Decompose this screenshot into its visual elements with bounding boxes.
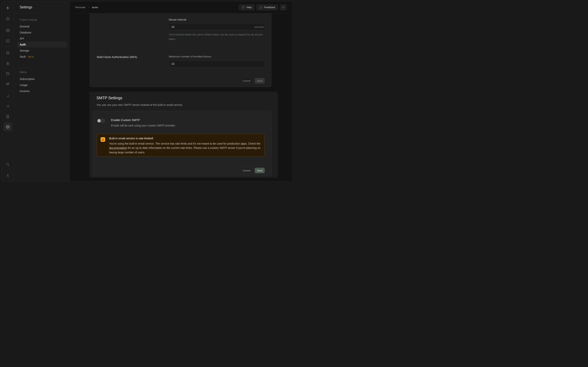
nav-item-storage[interactable]: Storage	[20, 49, 29, 52]
enable-custom-smtp-toggle[interactable]	[97, 119, 105, 123]
app-window: ⚙ Settings Project Settings General Data…	[1, 1, 293, 182]
nav-section-project-settings: Project Settings	[20, 18, 37, 21]
reports-icon[interactable]	[1, 92, 14, 100]
account-icon[interactable]	[1, 172, 14, 180]
edge-functions-icon[interactable]	[1, 80, 14, 88]
beta-badge: BETA	[28, 56, 34, 58]
database-icon[interactable]	[1, 49, 14, 57]
auth-settings-card: Reuse interval seconds Time interval whe…	[90, 13, 271, 87]
bell-icon	[282, 6, 285, 9]
footer-divider	[90, 75, 271, 75]
settings-nav: Settings Project Settings General Databa…	[14, 1, 70, 181]
nav-item-api[interactable]: API	[20, 37, 24, 40]
rail-divider	[5, 91, 11, 91]
breadcrumb-org[interactable]: Personal	[75, 6, 85, 9]
nav-section-billing: Billing	[20, 71, 26, 74]
nav-item-subscription[interactable]: Subscription	[20, 77, 35, 81]
nav-divider	[14, 13, 70, 13]
nav-divider	[14, 68, 70, 68]
enable-custom-smtp-label: Enable Custom SMTP	[111, 118, 140, 122]
toggle-knob	[97, 119, 101, 122]
auth-cancel-button[interactable]: Cancel	[240, 78, 253, 83]
breadcrumb-separator: /	[88, 6, 89, 9]
auth-save-button[interactable]: Save	[255, 78, 265, 83]
api-docs-icon[interactable]	[1, 113, 14, 120]
warning-triangle-icon	[101, 137, 105, 142]
warning-title: Built-in email service is rate-limited!	[109, 137, 153, 140]
rate-limit-warning: Built-in email service is rate-limited! …	[97, 134, 265, 157]
authentication-icon[interactable]	[1, 59, 14, 67]
rail-divider	[5, 24, 11, 25]
mfa-section-label: Multi Factor Authentication (MFA)	[97, 55, 137, 58]
table-editor-icon[interactable]	[1, 26, 14, 34]
storage-icon[interactable]	[1, 70, 14, 77]
smtp-card: Enable Custom SMTP Emails will be sent u…	[93, 111, 272, 176]
notifications-button[interactable]	[280, 4, 287, 10]
main-content: Personal / acme Help Feedback Reuse inte…	[70, 1, 292, 181]
row-divider	[90, 45, 271, 45]
top-header: Personal / acme Help Feedback	[70, 1, 292, 13]
breadcrumb-project[interactable]: acme	[92, 6, 98, 9]
nav-item-database[interactable]: Database	[20, 31, 31, 34]
nav-item-usage[interactable]: Usage	[20, 83, 27, 87]
smtp-description: You can use your own SMTP server instead…	[97, 103, 183, 107]
reuse-interval-help: Time interval where the same refresh tok…	[169, 32, 268, 41]
home-icon[interactable]	[1, 15, 14, 22]
nav-item-vault[interactable]: VaultBETA	[20, 55, 34, 58]
reuse-interval-unit: seconds	[254, 25, 264, 28]
warning-body: You're using the built-in email service.…	[109, 142, 262, 155]
documentation-link[interactable]: documentation	[109, 146, 127, 150]
smtp-title: SMTP Settings	[97, 96, 122, 100]
nav-item-general[interactable]: General	[20, 25, 29, 28]
help-circle-icon	[242, 6, 245, 9]
search-icon[interactable]	[1, 160, 14, 168]
enable-custom-smtp-description: Emails will be sent using your custom SM…	[111, 124, 175, 127]
smtp-cancel-button[interactable]: Cancel	[240, 168, 253, 173]
gear-icon: ⚙	[6, 125, 10, 129]
logs-icon[interactable]	[1, 102, 14, 110]
mfa-max-factors-input[interactable]	[169, 60, 265, 67]
feedback-button[interactable]: Feedback	[257, 4, 278, 10]
reuse-interval-input[interactable]	[169, 24, 265, 30]
mfa-field-label: Maximum number of enrolled factors	[169, 55, 211, 58]
rail-divider	[5, 47, 11, 47]
page-title: Settings	[20, 5, 32, 9]
nav-item-invoices[interactable]: Invoices	[20, 90, 30, 93]
smtp-section: SMTP Settings You can use your own SMTP …	[89, 92, 278, 178]
project-settings-icon[interactable]: ⚙	[3, 123, 12, 131]
sql-editor-icon[interactable]	[1, 37, 14, 45]
reuse-interval-label: Reuse interval	[169, 18, 186, 21]
smtp-save-button[interactable]: Save	[255, 168, 265, 173]
nav-item-auth[interactable]: Auth	[17, 42, 67, 48]
help-button[interactable]: Help	[239, 4, 254, 10]
chat-bubble-icon	[259, 6, 263, 9]
supabase-logo-icon[interactable]	[1, 4, 14, 12]
icon-rail: ⚙	[1, 1, 14, 181]
